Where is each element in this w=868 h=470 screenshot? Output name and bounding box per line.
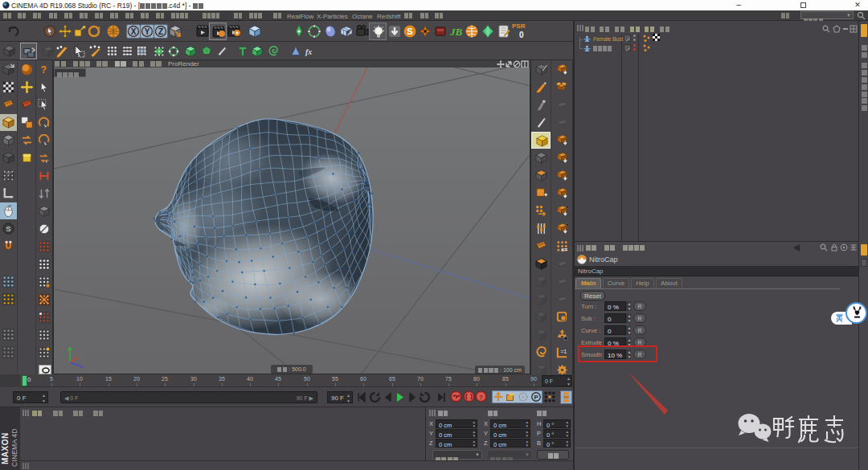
svg-text:X: X	[131, 27, 137, 36]
svg-text:x=: x=	[562, 247, 568, 252]
svg-text:S: S	[6, 224, 10, 233]
svg-text:?: ?	[479, 394, 483, 401]
svg-text:fx: fx	[305, 47, 312, 55]
svg-text:Y: Y	[145, 27, 150, 36]
svg-text:Z: Z	[158, 27, 163, 36]
svg-text:=1: =1	[561, 349, 567, 354]
svg-text:JB: JB	[449, 26, 463, 38]
svg-text:?: ?	[41, 64, 47, 76]
svg-text:P: P	[534, 394, 538, 401]
svg-text:S: S	[407, 27, 412, 36]
